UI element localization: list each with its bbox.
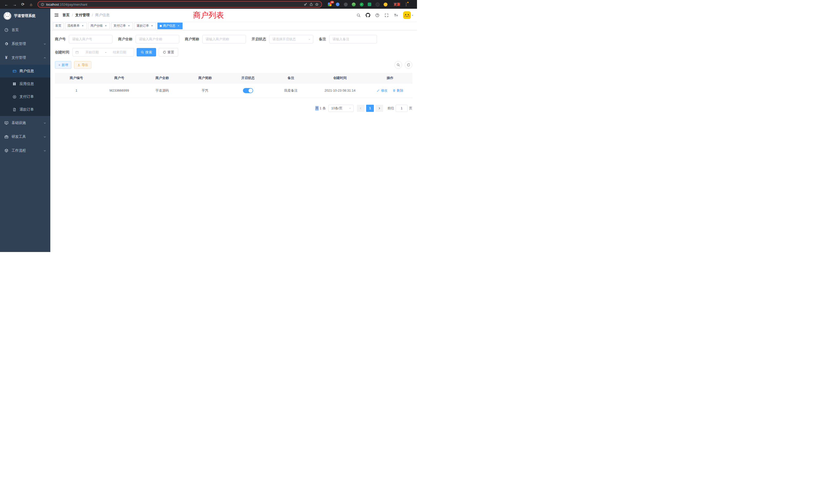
yen-icon: ¥ [4,55,8,60]
app-logo[interactable]: 芋道管理系统 [0,9,50,23]
extension-smiley-icon[interactable] [383,2,388,7]
sidebar-item-payment[interactable]: ¥ 支付管理 [0,51,50,65]
browser-home-button[interactable]: ⌂ [28,1,35,8]
sidebar-item-app-info[interactable]: 应用信息 [0,77,50,90]
sidebar-item-workflow[interactable]: 工作流程 [0,144,50,158]
reset-button[interactable]: 重置 [159,48,178,56]
sidebar-item-home[interactable]: 首页 [0,23,50,37]
chevron-down-icon [43,122,46,124]
sidebar: 芋道管理系统 首页 系统管理 ¥ 支付管理 商户信息 [0,9,50,252]
extension-avatar-icon[interactable] [351,2,356,7]
start-date-placeholder: 开始日期 [80,50,104,55]
breadcrumb-home[interactable]: 首页 [62,13,70,18]
user-avatar[interactable]: ▾ [403,11,413,19]
extension-knot-icon[interactable] [375,2,380,7]
annotation-merchant-list: 商户列表 [193,10,224,21]
header-search-icon[interactable] [356,13,361,18]
delete-link[interactable]: 删除 [393,88,403,93]
col-actions: 操作 [368,73,412,83]
browser-forward-button[interactable]: → [11,1,18,8]
edit-link[interactable]: 修改 [377,88,388,93]
status-select[interactable]: 请选择开启状态 [269,35,313,43]
browser-reload-button[interactable]: ⟳ [20,1,26,8]
url-bar[interactable]: localhost:1024/pay/merchant [38,1,322,8]
refresh-table-button[interactable] [405,61,412,69]
site-info-icon[interactable] [41,3,44,6]
breadcrumb: 首页 / 支付管理 / 商户信息 [62,13,110,18]
remark-input[interactable] [329,35,377,43]
filter-row-2: 创建时间 开始日期 - 结束日期 搜索 重置 [55,48,412,56]
help-icon[interactable] [375,13,379,18]
goto-page-input[interactable] [396,105,408,112]
fullscreen-icon[interactable] [385,13,389,18]
download-icon [77,63,80,66]
status-toggle[interactable] [243,88,253,93]
extension-check-icon[interactable]: ✓ [359,2,364,7]
close-icon[interactable]: × [104,24,108,28]
full-name-input[interactable] [136,35,179,43]
top-navbar: 首页 / 支付管理 / 商户信息 [50,9,417,22]
calendar-icon [75,50,79,54]
document-icon [12,108,17,111]
card-icon [12,69,17,73]
col-merchant-no: 商户号 [98,73,141,83]
page-size-select[interactable]: 10条/页 [328,105,354,112]
close-icon[interactable]: × [150,24,154,28]
tab-refund-order[interactable]: 退款订单× [134,23,156,29]
cell-merchant-id: 1 [55,83,98,98]
dashboard-icon [4,28,8,32]
refresh-icon [163,50,166,54]
tab-payment-order[interactable]: 支付订单× [111,23,133,29]
sidebar-item-dev-tools[interactable]: 研发工具 [0,130,50,144]
col-status: 开启状态 [226,73,269,83]
tags-view-bar: 首页 流程表单× 用户分组× 支付订单× 退款订单× 商户信息× [50,22,417,30]
tab-merchant-info[interactable]: 商户信息× [157,23,182,29]
navbar-actions: ▾ [356,11,413,19]
pencil-icon [377,89,380,92]
create-time-range-picker[interactable]: 开始日期 - 结束日期 [72,48,134,56]
browser-back-button[interactable]: ← [3,1,10,8]
tab-process-form[interactable]: 流程表单× [65,23,87,29]
sidebar-item-infrastructure[interactable]: 基础设施 [0,116,50,130]
pagination-total: 共 1 条 [315,106,326,111]
browser-update-button[interactable]: 更新 [394,2,400,7]
close-icon[interactable]: × [177,24,180,28]
github-icon[interactable] [366,13,370,18]
close-icon[interactable]: × [127,24,131,28]
filter-row-1: 商户号 商户全称 商户简称 开启状态 请选择开启状态 [55,35,412,43]
tab-home[interactable]: 首页 [53,23,64,29]
cell-remark: 我是备注 [269,83,312,98]
share-icon[interactable] [309,3,313,6]
breadcrumb-payment[interactable]: 支付管理 [75,13,90,18]
search-icon [141,50,144,54]
hamburger-icon[interactable] [54,13,59,18]
close-icon[interactable]: × [81,24,85,28]
sidebar-item-system[interactable]: 系统管理 [0,37,50,51]
extension-doc-icon[interactable] [367,2,372,7]
add-button[interactable]: + 新增 [55,61,71,69]
browser-menu-icon[interactable]: ⋮ [404,2,409,7]
extension-dark-icon[interactable] [343,2,348,7]
bookmark-star-icon[interactable] [315,3,319,6]
password-key-icon[interactable] [304,3,307,6]
tab-user-group[interactable]: 用户分组× [88,23,110,29]
extension-drop-icon[interactable] [335,2,340,7]
export-button[interactable]: 导出 [74,61,91,69]
extension-grid-icon[interactable]: 10 [327,2,332,7]
sidebar-item-refund-orders[interactable]: 退款订单 [0,103,50,116]
sidebar-item-merchant-info[interactable]: 商户信息 [0,65,50,77]
chevron-down-icon [43,150,46,152]
toggle-search-button[interactable] [394,61,402,69]
short-name-input[interactable] [202,35,246,43]
prev-page-button[interactable] [357,105,365,112]
status-label: 开启状态 [251,37,266,42]
extension-badge: 10 [330,1,334,4]
full-name-label: 商户全称 [118,37,132,42]
sidebar-item-payment-orders[interactable]: 支付订单 [0,90,50,103]
search-button[interactable]: 搜索 [137,48,156,56]
font-size-icon[interactable] [394,13,398,18]
merchant-table: 商户编号 商户号 商户全称 商户简称 开启状态 备注 创建时间 操作 1 M23… [55,73,412,98]
merchant-no-input[interactable] [69,35,112,43]
page-1-button[interactable]: 1 [366,105,374,112]
next-page-button[interactable] [375,105,383,112]
